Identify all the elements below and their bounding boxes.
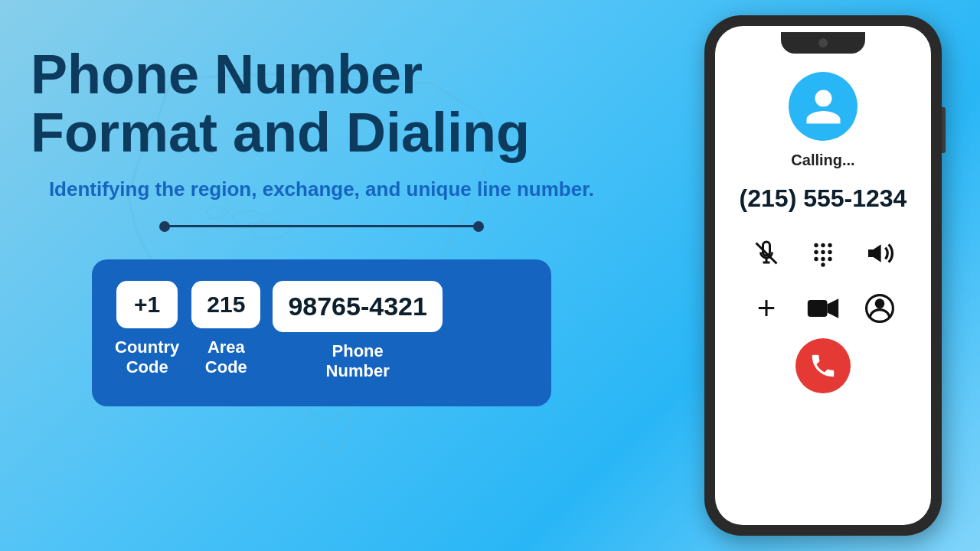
add-call-icon[interactable]: +: [747, 289, 786, 328]
phone-mockup: Calling... (215) 555-1234: [704, 15, 942, 536]
main-title: Phone Number Format and Dialing: [31, 46, 612, 161]
phone-number-value: 98765-4321: [273, 281, 443, 332]
call-controls: +: [730, 234, 916, 328]
person-icon: [802, 86, 844, 128]
area-code-label: AreaCode: [205, 337, 247, 378]
phone-parts-container: +1 CountryCode 215 AreaCode 98765-4321 P…: [92, 259, 551, 406]
svg-rect-14: [808, 300, 828, 317]
svg-point-6: [814, 250, 818, 254]
video-icon[interactable]: [804, 289, 842, 328]
keypad-icon[interactable]: [804, 234, 842, 272]
subtitle: Identifying the region, exchange, and un…: [31, 177, 612, 203]
svg-point-16: [875, 298, 885, 308]
mute-icon[interactable]: [747, 234, 786, 272]
phone-camera: [818, 38, 828, 47]
divider-dot-right: [473, 221, 484, 232]
left-content: Phone Number Format and Dialing Identify…: [31, 46, 612, 406]
divider: [31, 221, 612, 232]
divider-dot-left: [159, 221, 170, 232]
phone-number-label: PhoneNumber: [326, 341, 390, 382]
svg-marker-15: [828, 298, 839, 318]
country-code-value: +1: [116, 281, 178, 328]
svg-point-11: [828, 257, 831, 261]
end-call-button[interactable]: [795, 338, 851, 393]
phone-icon: [808, 351, 838, 380]
control-row-2: +: [738, 289, 908, 328]
caller-avatar: [789, 72, 858, 141]
phone-number-part: 98765-4321 PhoneNumber: [273, 281, 443, 382]
divider-line-body: [168, 225, 475, 227]
control-row-1: [738, 234, 908, 272]
svg-point-4: [821, 243, 825, 247]
phone-number-display: (215) 555-1234: [740, 184, 907, 213]
phone-shell: Calling... (215) 555-1234: [704, 15, 942, 536]
phone-side-button: [942, 107, 946, 153]
svg-point-8: [828, 250, 831, 254]
speaker-icon[interactable]: [861, 234, 899, 272]
country-code-label: CountryCode: [115, 337, 179, 378]
country-code-part: +1 CountryCode: [115, 281, 179, 378]
calling-text: Calling...: [791, 152, 854, 169]
svg-point-7: [821, 250, 825, 254]
svg-point-3: [814, 243, 818, 247]
svg-point-5: [828, 243, 831, 247]
svg-point-9: [814, 257, 818, 261]
phone-screen: Calling... (215) 555-1234: [715, 26, 931, 525]
svg-point-12: [821, 262, 825, 266]
svg-marker-13: [868, 244, 881, 262]
area-code-part: 215 AreaCode: [191, 281, 260, 378]
contact-icon[interactable]: [861, 289, 899, 328]
svg-point-10: [821, 257, 825, 261]
area-code-value: 215: [191, 281, 260, 328]
